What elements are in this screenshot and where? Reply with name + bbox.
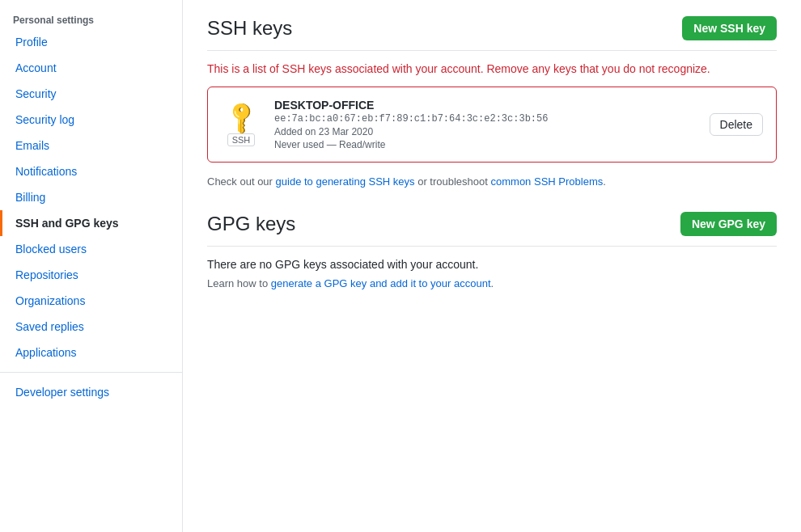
guide-after: .	[603, 175, 606, 188]
ssh-info-text: This is a list of SSH keys associated wi…	[207, 62, 777, 75]
ssh-key-card: 🔑 SSH DESKTOP-OFFICE ee:7a:bc:a0:67:eb:f…	[207, 87, 777, 163]
guide-middle: or troubleshoot	[415, 175, 491, 188]
sidebar-item-emails[interactable]: Emails	[0, 133, 182, 158]
gpg-section-title: GPG keys	[207, 213, 295, 235]
sidebar-item-notifications[interactable]: Notifications	[0, 158, 182, 184]
main-content: SSH keys New SSH key This is a list of S…	[183, 0, 801, 532]
gpg-no-keys-text: There are no GPG keys associated with yo…	[207, 258, 777, 271]
sidebar-item-profile[interactable]: Profile	[0, 29, 182, 55]
guide-before: Check out our	[207, 175, 276, 188]
sidebar-item-blocked-users[interactable]: Blocked users	[0, 236, 182, 262]
sidebar-item-developer-settings[interactable]: Developer settings	[0, 379, 182, 405]
new-gpg-key-button[interactable]: New GPG key	[680, 212, 777, 236]
guide-link1[interactable]: guide to generating SSH keys	[276, 175, 415, 188]
sidebar: Personal settings Profile Account Securi…	[0, 0, 183, 532]
sidebar-divider	[0, 372, 182, 373]
key-usage: Never used — Read/write	[274, 139, 697, 150]
sidebar-item-applications[interactable]: Applications	[0, 340, 182, 365]
key-name: DESKTOP-OFFICE	[274, 99, 697, 112]
key-details: DESKTOP-OFFICE ee:7a:bc:a0:67:eb:f7:89:c…	[274, 99, 697, 150]
delete-ssh-key-button[interactable]: Delete	[710, 113, 763, 136]
sidebar-item-saved-replies[interactable]: Saved replies	[0, 314, 182, 340]
gpg-learn-before: Learn how to	[207, 277, 271, 289]
key-fingerprint: ee:7a:bc:a0:67:eb:f7:89:c1:b7:64:3c:e2:3…	[274, 113, 697, 125]
guide-text: Check out our guide to generating SSH ke…	[207, 175, 777, 188]
sidebar-item-ssh-gpg[interactable]: SSH and GPG keys	[0, 210, 182, 236]
gpg-section-header: GPG keys New GPG key	[207, 212, 777, 236]
ssh-divider	[207, 50, 777, 51]
key-icon: 🔑	[222, 97, 261, 136]
sidebar-heading: Personal settings	[0, 8, 182, 29]
key-icon-wrapper: 🔑 SSH	[221, 103, 261, 146]
sidebar-item-security[interactable]: Security	[0, 81, 182, 107]
gpg-divider	[207, 246, 777, 247]
ssh-section-header: SSH keys New SSH key	[207, 16, 777, 40]
ssh-info-text-content: This is a list of SSH keys associated wi…	[207, 62, 710, 75]
sidebar-item-security-log[interactable]: Security log	[0, 107, 182, 133]
guide-link2[interactable]: common SSH Problems	[491, 175, 604, 188]
gpg-learn-after: .	[491, 277, 494, 289]
sidebar-item-organizations[interactable]: Organizations	[0, 288, 182, 314]
key-date: Added on 23 Mar 2020	[274, 126, 697, 137]
sidebar-item-repositories[interactable]: Repositories	[0, 262, 182, 288]
new-ssh-key-button[interactable]: New SSH key	[682, 16, 777, 40]
gpg-learn-text: Learn how to generate a GPG key and add …	[207, 277, 777, 289]
sidebar-item-billing[interactable]: Billing	[0, 184, 182, 210]
sidebar-item-account[interactable]: Account	[0, 55, 182, 81]
gpg-learn-link[interactable]: generate a GPG key and add it to your ac…	[271, 277, 491, 289]
ssh-section-title: SSH keys	[207, 17, 292, 40]
